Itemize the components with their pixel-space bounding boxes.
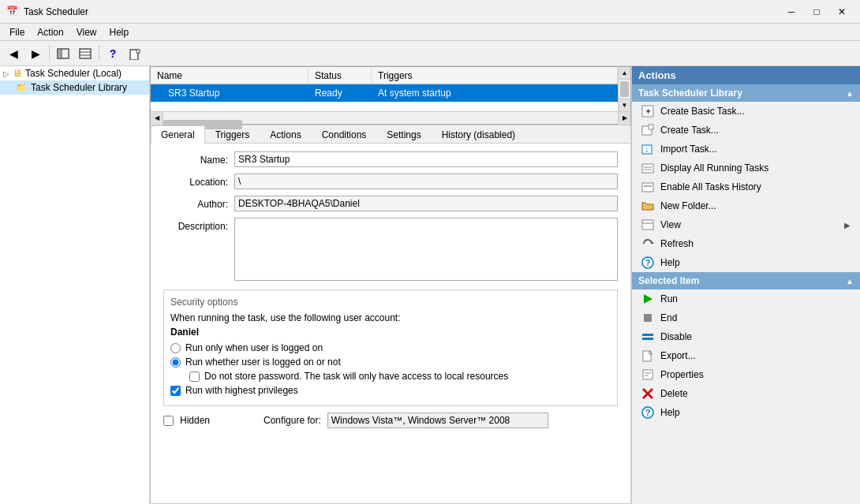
action-import-task[interactable]: ↓ Import Task... xyxy=(632,140,860,159)
action-create-task[interactable]: Create Task... xyxy=(632,121,860,140)
help-item-icon: ? xyxy=(641,406,654,419)
tree-library[interactable]: 📁 Task Scheduler Library xyxy=(0,80,149,95)
author-row: Author: xyxy=(163,196,618,211)
action-import-task-label: Import Task... xyxy=(660,144,717,155)
help-button[interactable]: ? xyxy=(103,43,123,64)
maximize-button[interactable]: □ xyxy=(805,4,828,20)
action-properties-label: Properties xyxy=(660,369,704,380)
radio-logged-on-label: Run only when user is logged on xyxy=(185,342,323,353)
menu-file[interactable]: File xyxy=(3,25,31,39)
minimize-button[interactable]: ─ xyxy=(780,4,803,20)
action-new-folder-label: New Folder... xyxy=(660,200,716,211)
scroll-thumb[interactable] xyxy=(620,81,629,97)
import-task-icon: ↓ xyxy=(641,143,654,155)
hscroll-left-button[interactable]: ◀ xyxy=(151,112,163,125)
tab-settings[interactable]: Settings xyxy=(376,125,431,144)
description-textarea[interactable] xyxy=(234,218,618,281)
selected-item-section-header[interactable]: Selected Item ▲ xyxy=(632,272,860,289)
author-input xyxy=(234,196,618,211)
action-help-item[interactable]: ? Help xyxy=(632,403,860,422)
export-button[interactable] xyxy=(125,43,145,64)
window-controls: ─ □ ✕ xyxy=(780,4,854,20)
radio-row-1: Run only when user is logged on xyxy=(170,342,611,353)
disable-icon xyxy=(641,330,654,343)
tree-root[interactable]: ▷ 🖥 Task Scheduler (Local) xyxy=(0,66,149,80)
selected-item-section: Selected Item ▲ Run End Disable xyxy=(632,272,860,422)
action-refresh[interactable]: Refresh xyxy=(632,234,860,253)
action-disable-label: Disable xyxy=(660,331,692,342)
right-panel: Actions Task Scheduler Library ▲ ✦ Creat… xyxy=(631,66,860,504)
action-delete[interactable]: Delete xyxy=(632,384,860,403)
forward-button[interactable]: ▶ xyxy=(25,43,46,64)
menu-bar: File Action View Help xyxy=(0,24,860,41)
col-triggers-header[interactable]: Triggers xyxy=(372,67,618,84)
task-list-wrapper: Name Status Triggers ⚙ SR3 Startup Ready… xyxy=(151,67,630,111)
action-display-running[interactable]: Display All Running Tasks xyxy=(632,159,860,177)
radio-row-2: Run whether user is logged on or not xyxy=(170,357,611,368)
section1-chevron: ▲ xyxy=(846,89,854,98)
action-help-lib[interactable]: ? Help xyxy=(632,253,860,272)
task-status-cell: Ready xyxy=(308,88,372,99)
svg-rect-2 xyxy=(80,49,91,58)
configure-input xyxy=(327,413,548,428)
hidden-checkbox[interactable] xyxy=(163,416,174,426)
action-export-label: Export... xyxy=(660,350,696,361)
task-scheduler-library-label: Task Scheduler Library xyxy=(638,88,742,99)
action-properties[interactable]: Properties xyxy=(632,365,860,384)
toolbar: ◀ ▶ ? xyxy=(0,41,860,66)
tab-actions[interactable]: Actions xyxy=(260,125,311,144)
view-button[interactable] xyxy=(75,43,95,64)
action-new-folder[interactable]: New Folder... xyxy=(632,196,860,215)
help-lib-icon: ? xyxy=(641,256,654,269)
radio-not-logged-on[interactable] xyxy=(170,357,181,368)
task-scheduler-library-section-header[interactable]: Task Scheduler Library ▲ xyxy=(632,84,860,102)
col-status-header[interactable]: Status xyxy=(308,67,372,84)
scroll-down-button[interactable]: ▼ xyxy=(619,99,630,111)
checkbox-highest-priv[interactable] xyxy=(170,386,181,396)
end-icon xyxy=(641,312,654,324)
action-end[interactable]: End xyxy=(632,308,860,327)
radio-logged-on[interactable] xyxy=(170,343,181,353)
show-hide-button[interactable] xyxy=(53,43,73,64)
action-delete-label: Delete xyxy=(660,388,688,399)
back-button[interactable]: ◀ xyxy=(3,43,24,64)
title-bar: 📅 Task Scheduler ─ □ ✕ xyxy=(0,0,860,24)
svg-rect-11 xyxy=(649,125,653,129)
scroll-up-button[interactable]: ▲ xyxy=(619,67,630,80)
name-label: Name: xyxy=(163,151,234,166)
checkbox-no-password[interactable] xyxy=(189,371,200,382)
action-enable-history[interactable]: Enable All Tasks History xyxy=(632,177,860,196)
action-disable[interactable]: Disable xyxy=(632,327,860,346)
svg-rect-1 xyxy=(58,49,62,58)
tab-conditions[interactable]: Conditions xyxy=(312,125,377,144)
help-icon: ? xyxy=(110,47,117,60)
description-value-container xyxy=(234,218,618,283)
name-value-container xyxy=(234,151,618,167)
action-run[interactable]: Run xyxy=(632,289,860,308)
svg-text:↓: ↓ xyxy=(645,145,649,154)
run-icon xyxy=(641,293,654,305)
action-export[interactable]: Export... xyxy=(632,346,860,365)
menu-help[interactable]: Help xyxy=(103,25,136,39)
col-name-header[interactable]: Name xyxy=(151,67,308,84)
tab-general[interactable]: General xyxy=(151,125,205,144)
tab-history[interactable]: History (disabled) xyxy=(432,125,525,144)
table-row[interactable]: ⚙ SR3 Startup Ready At system startup xyxy=(151,84,618,102)
checkbox-highest-priv-label: Run with highest privileges xyxy=(185,385,298,396)
vertical-scrollbar[interactable]: ▲ ▼ xyxy=(618,67,630,111)
name-input[interactable] xyxy=(234,151,618,167)
left-panel: ▷ 🖥 Task Scheduler (Local) 📁 Task Schedu… xyxy=(0,66,150,504)
menu-action[interactable]: Action xyxy=(31,25,69,39)
close-button[interactable]: ✕ xyxy=(830,4,854,20)
task-name-cell: SR3 Startup xyxy=(168,88,219,99)
action-create-basic[interactable]: ✦ Create Basic Task... xyxy=(632,102,860,121)
action-help-item-label: Help xyxy=(660,407,680,418)
svg-rect-26 xyxy=(642,334,653,336)
center-panel: Name Status Triggers ⚙ SR3 Startup Ready… xyxy=(150,66,631,504)
action-view[interactable]: View ▶ xyxy=(632,215,860,234)
horizontal-scrollbar[interactable]: ◀ ▶ xyxy=(151,111,630,124)
refresh-icon xyxy=(641,237,654,250)
hscroll-right-button[interactable]: ▶ xyxy=(618,112,630,125)
menu-view[interactable]: View xyxy=(70,25,103,39)
task-list-inner: Name Status Triggers ⚙ SR3 Startup Ready… xyxy=(151,67,618,111)
